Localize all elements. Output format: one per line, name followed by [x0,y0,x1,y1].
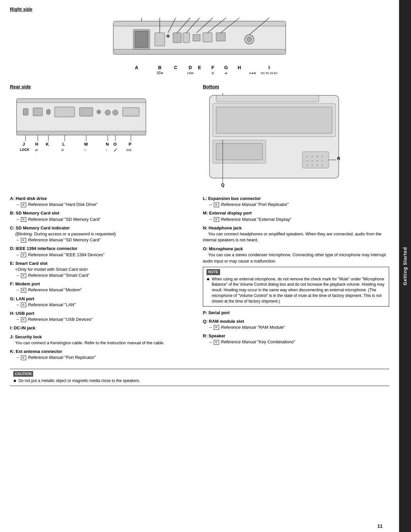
desc-right-column: L: Expansion bus connector → ⊟ Reference… [203,196,389,363]
svg-text:H: H [238,65,241,70]
desc-K: K: Ext antenna connector → ⊟ Reference M… [10,349,196,361]
ref-icon: ⊟ [21,317,26,322]
sidebar-tab: Getting Started [399,0,411,532]
svg-rect-38 [17,99,146,135]
desc-D: D: IEEE 1394 interface connector → ⊟ Ref… [10,246,196,258]
svg-point-87 [322,160,323,162]
svg-rect-10 [203,33,212,42]
svg-rect-4 [135,31,148,48]
desc-Q: Q: RAM module slot → ⊟ Reference Manual … [203,318,389,330]
desc-C: C: SD Memory Card indicator (Blinking: D… [10,225,196,243]
desc-H: H: USB port → ⊟ Reference Manual "USB De… [10,311,196,322]
svg-text:N: N [106,142,109,147]
svg-rect-49 [123,108,139,116]
svg-rect-76 [216,107,332,133]
svg-text:SD♦: SD♦ [157,71,163,75]
svg-text:D: D [189,65,192,70]
svg-rect-2 [113,49,286,54]
bottom-diagram: Q R [203,92,345,188]
svg-rect-7 [173,33,181,43]
ref-icon: ⊟ [214,217,219,222]
svg-point-86 [317,160,318,162]
svg-point-81 [312,156,313,157]
svg-text:C: C [174,65,177,70]
rear-side-title: Rear side [10,84,196,89]
ref-icon: ⊟ [21,217,26,222]
desc-P: P: Serial port [203,310,389,316]
desc-E: E: Smart Card slot <Only for model with … [10,261,196,279]
desc-left-column: A: Hard disk drive → ⊟ Reference Manual … [10,196,196,363]
right-side-diagram: A B C D E F G H I SD♦ 1394 ⊟ ⇌ ⊖●⊕ DC IN… [93,15,306,77]
svg-rect-39 [17,99,146,103]
svg-text:E: E [198,65,201,70]
svg-text:L: L [62,142,65,147]
ref-icon: ⊟ [214,325,219,330]
desc-G: G: LAN port → ⊟ Reference Manual "LAN" [10,296,196,308]
desc-I: I: DC-IN jack [10,325,196,331]
svg-rect-5 [155,33,165,46]
svg-point-46 [97,110,101,114]
svg-text:⊟⊟: ⊟⊟ [126,148,132,152]
desc-F: F: Modem port → ⊟ Reference Manual "Mode… [10,281,196,293]
svg-rect-79 [302,152,329,168]
svg-text:⇌: ⇌ [225,72,227,75]
sidebar-tab-label: Getting Started [402,247,408,285]
svg-point-85 [312,160,313,162]
svg-point-90 [317,165,318,166]
page-number: 11 [377,523,382,529]
svg-point-13 [247,37,252,42]
svg-rect-40 [17,131,146,135]
svg-text:H: H [35,142,38,147]
svg-text:B: B [158,65,161,70]
svg-text:♩: ♩ [106,148,107,152]
svg-text:⊟: ⊟ [211,72,214,75]
svg-rect-74 [216,95,319,102]
note-label: NOTE [206,269,220,275]
svg-rect-45 [80,108,93,116]
caution-content: ● Do not put a metallic object or magnet… [13,378,386,384]
svg-rect-42 [33,108,42,116]
svg-point-91 [322,165,323,166]
svg-text:DC IN 15.6V: DC IN 15.6V [261,72,278,75]
svg-point-88 [307,165,308,166]
svg-text:⇌: ⇌ [35,148,38,152]
ref-icon: ⊟ [21,238,26,243]
svg-text:LOCK: LOCK [20,148,29,152]
svg-rect-41 [23,109,28,115]
svg-rect-9 [193,34,200,41]
svg-point-82 [317,156,318,157]
descriptions-section: A: Hard disk drive → ⊟ Reference Manual … [10,196,389,363]
desc-L: L: Expansion bus connector → ⊟ Reference… [203,196,389,208]
svg-point-80 [307,156,308,157]
svg-point-84 [307,160,308,162]
svg-point-6 [166,34,170,38]
svg-text:P: P [129,142,132,147]
note-content: ● When using an external microphone, do … [206,276,385,304]
ref-icon: ⊟ [214,340,219,345]
mid-section: Rear side [10,84,389,189]
svg-text:K: K [46,142,49,147]
svg-text:⊟: ⊟ [61,148,64,152]
svg-text:G: G [224,65,228,70]
right-side-section: Right side [10,7,389,77]
svg-text:F: F [211,65,214,70]
svg-text:1394: 1394 [187,72,194,75]
desc-B: B: SD Memory Card slot → ⊟ Reference Man… [10,210,196,222]
desc-R: R: Speaker → ⊟ Reference Manual "Key Com… [203,333,389,345]
svg-text:□: □ [84,148,86,152]
svg-rect-8 [183,33,190,43]
svg-text:A: A [135,65,138,70]
svg-rect-43 [46,109,50,115]
svg-rect-44 [55,107,75,117]
desc-A: A: Hard disk drive → ⊟ Reference Manual … [10,196,196,208]
svg-point-89 [312,165,313,166]
svg-text:🎤: 🎤 [114,148,118,152]
rear-side-section: Rear side [10,84,196,189]
svg-text:I: I [268,65,270,70]
svg-text:O: O [113,142,117,147]
svg-point-47 [105,110,110,115]
svg-rect-78 [216,143,263,160]
caution-box: CAUTION ● Do not put a metallic object o… [10,369,389,386]
right-side-title: Right side [10,7,389,12]
svg-text:M: M [84,142,88,147]
